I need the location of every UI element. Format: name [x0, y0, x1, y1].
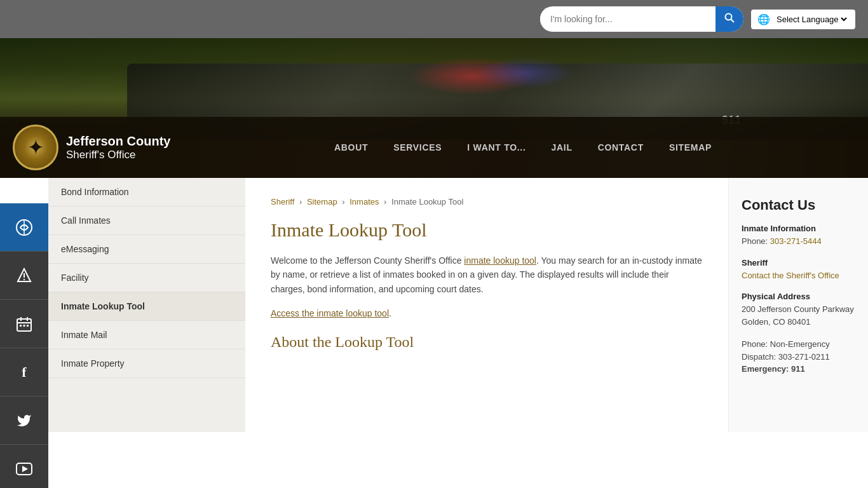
contact-sheriff: Sheriff Contact the Sheriff's Office [742, 258, 855, 282]
physical-address-text: 200 Jefferson County Parkway Golden, CO … [742, 303, 855, 328]
breadcrumb: Sheriff › Sitemap › Inmates › Inmate Loo… [271, 197, 703, 207]
logo-text: Jefferson County Sheriff's Office [66, 133, 170, 161]
search-input[interactable] [540, 8, 715, 30]
search-container [540, 6, 743, 32]
navigation-bar: ✦ Jefferson County Sheriff's Office ABOU… [0, 117, 868, 178]
nav-item-bond-information[interactable]: Bond Information [48, 178, 245, 207]
nav-item-emessaging[interactable]: eMessaging [48, 235, 245, 264]
page-layout: Bond Information Call Inmates eMessaging… [48, 178, 868, 432]
inmate-info-phone-link[interactable]: 303-271-5444 [770, 236, 822, 246]
contact-inmate-information: Inmate Information Phone: 303-271-5444 [742, 224, 855, 248]
nav-item-inmate-lookup-tool[interactable]: Inmate Lookup Tool [48, 292, 245, 321]
svg-point-0 [726, 14, 732, 20]
emergency-number: Emergency: 911 [742, 363, 855, 376]
inmate-lookup-link[interactable]: inmate lookup tool [464, 255, 536, 266]
contact-physical-address: Physical Address 200 Jefferson County Pa… [742, 292, 855, 328]
svg-rect-11 [24, 325, 25, 327]
nav-about[interactable]: ABOUT [334, 130, 368, 165]
left-nav-menu: Bond Information Call Inmates eMessaging… [48, 178, 245, 432]
breadcrumb-sep-3: › [384, 197, 386, 207]
breadcrumb-sep-2: › [342, 197, 344, 207]
intro-paragraph: Welcome to the Jefferson County Sheriff'… [271, 254, 703, 296]
sidebar-alert-button[interactable] [0, 252, 48, 300]
org-name-line2: Sheriff's Office [66, 149, 170, 161]
logo-area: ✦ Jefferson County Sheriff's Office [13, 117, 191, 178]
sidebar-facebook-button[interactable]: f [0, 348, 48, 396]
nonemergency-phone: Phone: Non-Emergency [742, 338, 855, 351]
nav-item-call-inmates[interactable]: Call Inmates [48, 207, 245, 235]
search-button[interactable] [715, 6, 743, 32]
contact-us-title: Contact Us [742, 197, 855, 214]
top-bar: 🌐 Select Language [0, 0, 868, 38]
hero-section: 911 ✦ Jefferson County Sheriff's Office … [0, 38, 868, 178]
sidebar-twitter-button[interactable] [0, 396, 48, 432]
access-link-paragraph: Access the inmate lookup tool. [271, 306, 703, 320]
breadcrumb-current: Inmate Lookup Tool [391, 197, 463, 207]
access-period: . [389, 308, 391, 318]
physical-address-label: Physical Address [742, 292, 855, 301]
main-content: Sheriff › Sitemap › Inmates › Inmate Loo… [245, 178, 728, 432]
svg-rect-12 [27, 325, 29, 327]
inmate-info-label: Inmate Information [742, 224, 855, 233]
access-lookup-link[interactable]: Access the inmate lookup tool [271, 308, 389, 318]
intro-text-before: Welcome to the Jefferson County Sheriff'… [271, 255, 464, 266]
nav-links: ABOUT SERVICES I WANT TO... JAIL CONTACT… [191, 130, 855, 165]
breadcrumb-sheriff[interactable]: Sheriff [271, 197, 294, 207]
nav-item-facility[interactable]: Facility [48, 264, 245, 292]
translate-icon: 🌐 [757, 13, 770, 25]
svg-rect-5 [24, 279, 25, 280]
nav-contact[interactable]: CONTACT [598, 130, 644, 165]
language-select[interactable]: Select Language [774, 14, 849, 25]
nav-sitemap[interactable]: SITEMAP [669, 130, 712, 165]
contact-phone-info: Phone: Non-Emergency Dispatch: 303-271-0… [742, 338, 855, 376]
breadcrumb-sep-1: › [299, 197, 302, 207]
language-selector[interactable]: 🌐 Select Language [751, 10, 855, 29]
inmate-info-phone: Phone: 303-271-5444 [742, 235, 855, 248]
sheriff-label: Sheriff [742, 258, 855, 268]
page-title: Inmate Lookup Tool [271, 219, 703, 241]
nav-i-want-to[interactable]: I WANT TO... [467, 130, 526, 165]
svg-rect-10 [20, 325, 22, 327]
star-icon: ✦ [27, 135, 44, 159]
sheriff-contact-link-container: Contact the Sheriff's Office [742, 269, 855, 282]
sidebar-community-button[interactable] [0, 203, 48, 252]
svg-rect-4 [24, 273, 25, 278]
org-name-line1: Jefferson County [66, 133, 170, 149]
nav-services[interactable]: SERVICES [393, 130, 442, 165]
nav-item-inmate-property[interactable]: Inmate Property [48, 349, 245, 378]
about-section-title: About the Lookup Tool [271, 334, 703, 351]
left-sidebar-icons: f [0, 203, 48, 432]
breadcrumb-inmates[interactable]: Inmates [349, 197, 379, 207]
facebook-icon: f [22, 364, 26, 381]
breadcrumb-sitemap[interactable]: Sitemap [307, 197, 337, 207]
sheriff-badge: ✦ [13, 125, 58, 170]
nav-item-inmate-mail[interactable]: Inmate Mail [48, 321, 245, 349]
contact-sheriff-link[interactable]: Contact the Sheriff's Office [742, 271, 839, 280]
dispatch-phone: Dispatch: 303-271-0211 [742, 351, 855, 363]
nav-jail[interactable]: JAIL [552, 130, 573, 165]
right-sidebar: Contact Us Inmate Information Phone: 303… [728, 178, 868, 432]
sidebar-calendar-button[interactable] [0, 300, 48, 348]
svg-line-1 [731, 20, 735, 23]
